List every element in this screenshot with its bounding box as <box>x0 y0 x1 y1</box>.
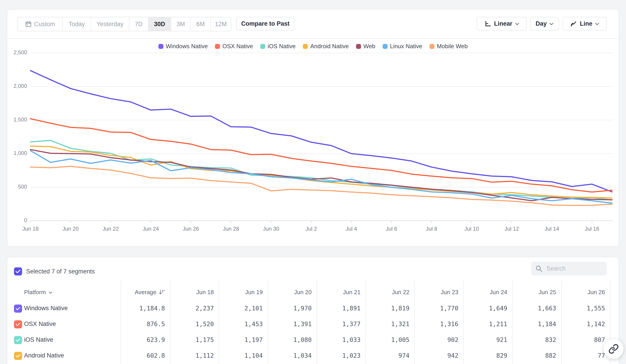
range-label: Yesterday <box>96 21 123 28</box>
range-label: Custom <box>34 21 55 28</box>
column-header-jun-22[interactable]: Jun 22 <box>392 288 409 297</box>
platform-name: Windows Native <box>24 305 68 312</box>
column-header-jun-20[interactable]: Jun 20 <box>294 288 312 297</box>
search-box[interactable] <box>531 262 607 275</box>
search-input[interactable] <box>546 265 596 272</box>
segments-table-card: Selected 7 of 7 segments PlatformAverage… <box>7 257 619 364</box>
cell-windows-native-average: 1,184.8 <box>139 305 165 312</box>
compare-to-past-button[interactable]: Compare to Past <box>236 17 295 30</box>
column-header-jun-26[interactable]: Jun 26 <box>587 288 605 297</box>
column-header-jun-23[interactable]: Jun 23 <box>441 288 458 297</box>
platform-name: OSX Native <box>24 321 56 328</box>
interval-label: Day <box>536 20 547 27</box>
chart-type-select[interactable]: Line <box>562 17 607 30</box>
range-label: 3M <box>176 21 185 28</box>
chart-card: CustomTodayYesterday7D30D3M6M12M Compare… <box>7 9 619 247</box>
row-checkbox-windows-native[interactable] <box>14 305 22 313</box>
series-line-ios-native[interactable] <box>30 140 612 200</box>
range-today[interactable]: Today <box>62 17 91 31</box>
check-icon <box>16 323 20 326</box>
chevron-down-icon <box>595 23 599 26</box>
line-chart-plot[interactable]: 05001,0001,5002,0002,500Jun 18Jun 20Jun … <box>7 40 620 247</box>
column-header-jun-18[interactable]: Jun 18 <box>196 288 214 297</box>
cell-ios-native-jun-19: 1,197 <box>244 336 263 343</box>
check-icon <box>16 354 20 358</box>
column-header-label: Jun 20 <box>294 289 312 296</box>
column-header-label: Jun 25 <box>539 289 556 296</box>
cell-ios-native-jun-24: 921 <box>496 336 507 343</box>
column-divider <box>463 280 464 364</box>
column-header-label: Jun 22 <box>392 289 409 296</box>
interval-select[interactable]: Day <box>530 17 559 30</box>
cell-android-native-jun-23: 942 <box>447 352 458 359</box>
x-axis-label: Jul 4 <box>346 226 357 232</box>
toolbar-divider <box>7 38 619 39</box>
cell-windows-native-jun-22: 1,819 <box>391 305 409 312</box>
y-axis-label: 500 <box>18 183 27 190</box>
cell-osx-native-jun-22: 1,321 <box>391 321 409 328</box>
x-axis-label: Jun 20 <box>62 226 79 232</box>
link-icon <box>608 344 619 354</box>
cell-osx-native-average: 876.5 <box>147 321 165 328</box>
x-axis-label: Jul 12 <box>505 226 519 232</box>
cell-windows-native-jun-25: 1,663 <box>538 305 556 312</box>
range-label: Today <box>69 21 85 28</box>
x-axis-label: Jul 10 <box>465 226 479 232</box>
column-divider <box>120 280 121 364</box>
share-link-button[interactable] <box>604 339 624 359</box>
cell-ios-native-jun-26: 807 <box>594 336 605 343</box>
range-6m[interactable]: 6M <box>191 17 210 31</box>
cell-osx-native-jun-21: 1,377 <box>342 321 360 328</box>
range-label: 12M <box>215 21 227 28</box>
column-header-platform[interactable]: Platform <box>24 288 52 297</box>
y-axis-label: 0 <box>24 217 27 223</box>
cell-ios-native-jun-23: 902 <box>447 336 458 343</box>
y-axis-label: 2,500 <box>13 49 27 55</box>
cell-osx-native-jun-18: 1,520 <box>196 321 214 328</box>
x-axis-label: Jun 18 <box>22 226 39 232</box>
cell-android-native-jun-18: 1,112 <box>196 352 214 359</box>
x-axis-label: Jul 14 <box>545 226 559 232</box>
range-7d[interactable]: 7D <box>129 17 148 31</box>
series-line-windows-native[interactable] <box>30 71 612 192</box>
cell-ios-native-jun-25: 832 <box>545 336 556 343</box>
column-header-label: Average <box>135 289 156 296</box>
column-divider <box>219 280 219 364</box>
column-header-jun-25[interactable]: Jun 25 <box>539 288 556 297</box>
row-checkbox-ios-native[interactable] <box>14 336 22 344</box>
range-12m[interactable]: 12M <box>210 17 231 31</box>
cell-osx-native-jun-26: 1,142 <box>587 321 605 328</box>
column-divider <box>170 280 170 364</box>
column-divider <box>414 280 415 364</box>
sort-descending-icon <box>159 289 165 295</box>
x-axis-label: Jul 16 <box>585 226 599 232</box>
column-header-jun-24[interactable]: Jun 24 <box>490 288 507 297</box>
column-header-jun-21[interactable]: Jun 21 <box>343 288 360 297</box>
series-line-web[interactable] <box>30 149 612 201</box>
row-checkbox-android-native[interactable] <box>14 352 22 360</box>
column-header-average[interactable]: Average <box>135 288 165 297</box>
linear-axis-icon <box>484 20 491 27</box>
cell-osx-native-jun-19: 1,453 <box>244 321 263 328</box>
select-all-checkbox[interactable] <box>14 267 22 275</box>
y-axis-label: 2,000 <box>13 83 27 89</box>
range-label: 30D <box>154 21 165 28</box>
range-3m[interactable]: 3M <box>171 17 191 31</box>
row-checkbox-osx-native[interactable] <box>14 320 22 328</box>
x-axis-label: Jun 28 <box>223 226 239 232</box>
column-header-label: Jun 23 <box>441 289 458 296</box>
range-yesterday[interactable]: Yesterday <box>91 17 129 31</box>
column-header-jun-19[interactable]: Jun 19 <box>245 288 263 297</box>
column-header-label: Jun 18 <box>196 289 214 296</box>
search-icon <box>535 265 543 273</box>
column-divider <box>365 280 366 364</box>
x-axis-label: Jul 6 <box>386 226 397 232</box>
range-custom[interactable]: Custom <box>18 17 62 31</box>
cell-android-native-jun-20: 1,034 <box>293 352 312 359</box>
cell-android-native-jun-21: 1,023 <box>342 352 360 359</box>
range-30d[interactable]: 30D <box>148 17 171 31</box>
scale-select[interactable]: Linear <box>477 17 527 30</box>
cell-android-native-jun-22: 974 <box>398 352 409 359</box>
cell-android-native-jun-24: 829 <box>496 352 507 359</box>
column-divider <box>512 280 513 364</box>
